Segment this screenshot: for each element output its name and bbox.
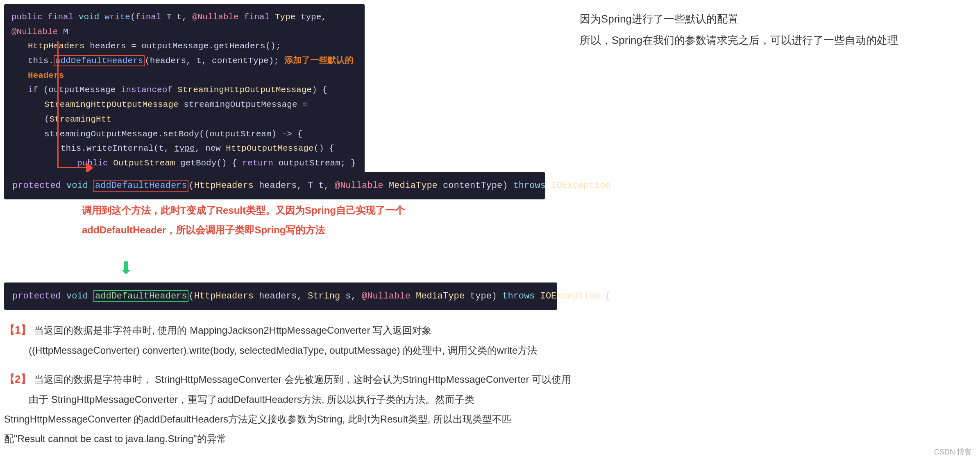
explain-item-1-line1: 【1】 当返回的数据是非字符串时, 使用的 MappingJackson2Htt…: [4, 319, 919, 341]
explain-1-text1: 当返回的数据是非字符串时, 使用的 MappingJackson2HttpMes…: [34, 325, 432, 336]
code-line-1: public final void write(final T t, @Null…: [11, 10, 357, 39]
explain-item-2-line2: 由于 StringHttpMessageConverter，重写了addDefa…: [4, 390, 919, 409]
middle-annotation: 调用到这个方法，此时T变成了Result类型。又因为Spring自己实现了一个 …: [82, 201, 405, 240]
explain-item-2: 【2】 当返回的数据是字符串时， StringHttpMessageConver…: [4, 368, 919, 449]
code-line-3: this.addDefaultHeaders(headers, t, conte…: [11, 54, 357, 83]
explain-item-2-line4: 配"Result cannot be cast to java.lang.Str…: [4, 429, 919, 449]
green-arrow-down: ⬇: [119, 258, 133, 278]
top-right-annotation: 因为Spring进行了一些默认的配置 所以，Spring在我们的参数请求完之后，…: [580, 8, 898, 51]
bracket-2: 【2】: [4, 373, 31, 385]
main-container: public final void write(final T t, @Null…: [0, 0, 980, 461]
explain-1-text2: ((HttpMessageConverter) converter).write…: [29, 345, 537, 356]
middle-code-line: protected void addDefaultHeaders(HttpHea…: [12, 179, 537, 193]
middle-code-block: protected void addDefaultHeaders(HttpHea…: [4, 172, 545, 199]
code-line-4: if (outputMessage instanceof StreamingHt…: [11, 83, 357, 97]
red-arrow-vertical: [57, 41, 59, 168]
explain-2-text3: StringHttpMessageConverter 的addDefaultHe…: [4, 414, 512, 425]
code-line-7: this.writeInternal(t, type, new HttpOutp…: [11, 141, 357, 156]
explain-2-text2: 由于 StringHttpMessageConverter，重写了addDefa…: [29, 394, 474, 405]
bottom-code-block: protected void addDefaultHeaders(HttpHea…: [4, 282, 557, 310]
explain-2-text1: 当返回的数据是字符串时， StringHttpMessageConverter …: [34, 374, 571, 385]
code-line-5: StreamingHttpOutputMessage streamingOutp…: [11, 97, 357, 127]
code-line-2: HttpHeaders headers = outputMessage.getH…: [11, 39, 357, 54]
bracket-1: 【1】: [4, 324, 31, 336]
bottom-code-line: protected void addDefaultHeaders(HttpHea…: [12, 289, 549, 303]
code-line-6: streamingOutputMessage.setBody((outputSt…: [11, 127, 357, 142]
top-right-line2: 所以，Spring在我们的参数请求完之后，可以进行了一些自动的处理: [580, 29, 898, 51]
explain-item-2-line1: 【2】 当返回的数据是字符串时， StringHttpMessageConver…: [4, 368, 919, 390]
explain-item-1-line2: ((HttpMessageConverter) converter).write…: [4, 341, 919, 360]
middle-annotation-line1: 调用到这个方法，此时T变成了Result类型。又因为Spring自己实现了一个: [82, 201, 405, 220]
bottom-explanations: 【1】 当返回的数据是非字符串时, 使用的 MappingJackson2Htt…: [4, 319, 919, 457]
csdn-watermark: CSDN 博客: [934, 447, 972, 457]
explain-item-2-line3: StringHttpMessageConverter 的addDefaultHe…: [4, 409, 919, 429]
red-arrow-horizontal: [57, 167, 90, 168]
code-line-8: public OutputStream getBody() { return o…: [11, 156, 357, 171]
top-right-line1: 因为Spring进行了一些默认的配置: [580, 8, 898, 29]
explain-2-text4: 配"Result cannot be cast to java.lang.Str…: [4, 433, 227, 444]
middle-annotation-line2: addDefaultHeader，所以会调用子类即Spring写的方法: [82, 220, 405, 240]
explain-item-1: 【1】 当返回的数据是非字符串时, 使用的 MappingJackson2Htt…: [4, 319, 919, 360]
